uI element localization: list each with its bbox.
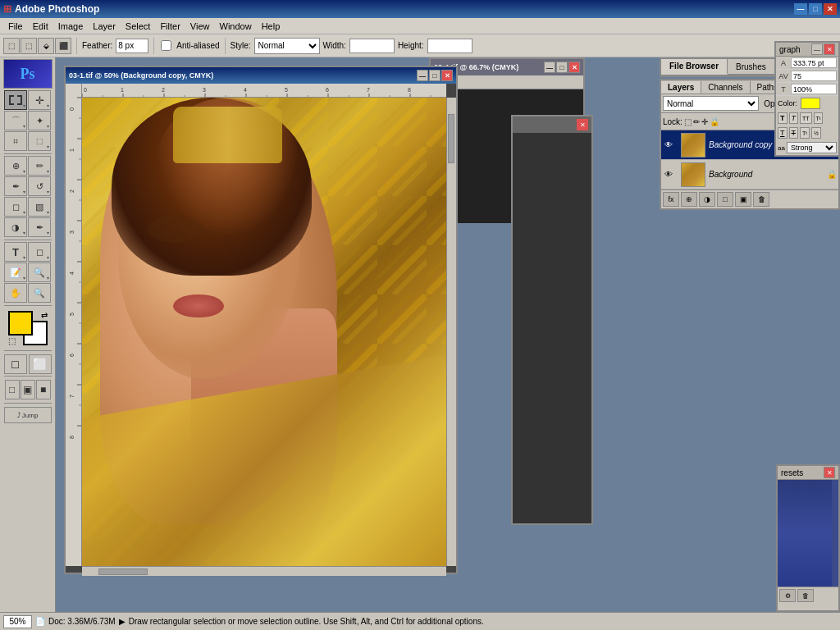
small-panel-delete-btn[interactable]: 🗑 — [797, 589, 814, 602]
tool-preset-btn-3[interactable]: ⬙ — [38, 38, 54, 54]
aa-select[interactable]: Strong None Crisp Sharp Smooth — [787, 142, 837, 153]
main-window-titlebar[interactable]: 03-1.tif @ 50% (Background copy, CMYK) —… — [66, 67, 456, 84]
font-size-value[interactable]: 333.75 pt — [791, 57, 837, 68]
tool-slice[interactable]: ⬚ ▾ — [28, 131, 51, 151]
layer-style-btn[interactable]: fx — [663, 192, 679, 207]
lock-transparent-icon[interactable]: ⬚ — [684, 117, 692, 126]
quick-mask-btn[interactable]: ⬜ — [29, 354, 52, 374]
width-input[interactable] — [349, 39, 395, 53]
svg-text:6: 6 — [69, 354, 75, 357]
tool-move[interactable]: ✛ ▾ — [28, 90, 51, 110]
jump-to-imageready[interactable]: ⤴ Jump — [4, 407, 52, 423]
frac-btn[interactable]: ½ — [811, 127, 821, 139]
small-panel-close[interactable]: ✕ — [824, 467, 835, 478]
char-panel-collapse[interactable]: — — [811, 43, 823, 55]
leading-value[interactable]: 75 — [791, 71, 837, 81]
tracking-value[interactable]: 100% — [791, 84, 837, 94]
file-browser-tab[interactable]: File Browser — [661, 59, 728, 75]
status-arrow: ▶ — [119, 617, 126, 626]
default-colors-icon[interactable]: ⬚ — [8, 336, 16, 345]
tool-hand[interactable]: ✋ — [4, 283, 27, 303]
tool-marquee[interactable]: ▾ — [4, 90, 27, 110]
underline-btn[interactable]: T — [778, 127, 788, 139]
layer-group-btn[interactable]: □ — [717, 192, 733, 207]
menu-edit[interactable]: Edit — [28, 20, 53, 33]
menu-select[interactable]: Select — [121, 20, 156, 33]
blend-mode-select[interactable]: Normal Multiply Screen — [663, 96, 759, 111]
standard-mode-btn[interactable]: □ — [4, 354, 27, 374]
layer-mask-btn[interactable]: ⊕ — [681, 192, 697, 207]
main-h-scroll[interactable] — [82, 566, 446, 576]
menu-image[interactable]: Image — [53, 20, 89, 33]
layer-eye-1[interactable]: 👁 — [663, 139, 674, 151]
swap-colors-icon[interactable]: ⇄ — [41, 311, 48, 320]
lock-position-icon[interactable]: ✛ — [701, 117, 708, 126]
screen-mode-full-menu[interactable]: ▣ — [21, 380, 35, 399]
tool-healing[interactable]: ⊕ ▾ — [4, 156, 27, 176]
tool-eyedropper[interactable]: 🔍 ▾ — [28, 262, 51, 282]
tool-history[interactable]: ↺ ▾ — [28, 176, 51, 196]
tool-eraser[interactable]: ◻ ▾ — [4, 197, 27, 217]
bg-win-maximize[interactable]: □ — [556, 62, 568, 73]
new-layer-btn[interactable]: ▣ — [735, 192, 751, 207]
menu-window[interactable]: Window — [215, 20, 257, 33]
layers-tab[interactable]: Layers — [661, 81, 701, 94]
tool-type[interactable]: T ▾ — [4, 242, 27, 262]
tool-gradient[interactable]: ▧ ▾ — [28, 197, 51, 217]
tool-shape[interactable]: ◻ ▾ — [28, 242, 51, 262]
italic-btn[interactable]: T — [789, 112, 799, 124]
text-color-swatch[interactable] — [801, 98, 820, 109]
tool-preset-btn-2[interactable]: ⬚ — [21, 38, 37, 54]
zoom-input[interactable] — [3, 615, 32, 628]
lock-all-icon[interactable]: 🔒 — [710, 117, 719, 126]
tool-notes[interactable]: 📝 ▾ — [4, 262, 27, 282]
bold-btn[interactable]: T — [778, 112, 788, 124]
minimize-button[interactable]: — — [794, 3, 807, 15]
menu-filter[interactable]: Filter — [155, 20, 185, 33]
bg-win-minimize[interactable]: — — [544, 62, 555, 73]
screen-mode-full[interactable]: ■ — [36, 380, 51, 399]
tool-brush[interactable]: ✏ ▾ — [28, 156, 51, 176]
menu-layer[interactable]: Layer — [88, 20, 121, 33]
anti-alias-checkbox[interactable] — [161, 40, 171, 51]
maximize-button[interactable]: □ — [809, 3, 822, 15]
tool-preset-btn-1[interactable]: ⬚ — [3, 38, 20, 54]
close-button[interactable]: ✕ — [824, 3, 837, 15]
tool-dodge[interactable]: ◑ ▾ — [4, 217, 27, 237]
menu-help[interactable]: Help — [257, 20, 285, 33]
brushes-tab[interactable]: Brushes — [728, 60, 775, 75]
main-v-scroll[interactable] — [446, 98, 456, 566]
small-panel-settings-btn[interactable]: ⚙ — [779, 589, 796, 602]
menu-file[interactable]: File — [3, 20, 28, 33]
extra-win-close[interactable]: ✕ — [577, 119, 588, 130]
style-select[interactable]: Normal Fixed Aspect Fixed Size — [254, 38, 320, 54]
layer-adjustment-btn[interactable]: ◑ — [699, 192, 715, 207]
tool-zoom[interactable]: 🔍 — [28, 283, 51, 303]
tool-pen[interactable]: ✒ ▾ — [28, 217, 51, 237]
tool-lasso[interactable]: ⌒ ▾ — [4, 111, 27, 130]
layer-item-background[interactable]: 👁 Background 🔒 — [661, 160, 838, 189]
all-caps-btn[interactable]: TT — [800, 112, 812, 124]
tool-magic-wand[interactable]: ✦ ▾ — [28, 111, 51, 130]
menu-view[interactable]: View — [185, 20, 215, 33]
height-input[interactable] — [427, 39, 472, 53]
lock-image-icon[interactable]: ✏ — [693, 117, 700, 126]
delete-layer-btn[interactable]: 🗑 — [753, 192, 769, 207]
layer-eye-2[interactable]: 👁 — [663, 169, 674, 180]
main-win-minimize[interactable]: — — [417, 70, 428, 81]
bg-win-close[interactable]: ✕ — [568, 62, 580, 73]
subscript-btn[interactable]: Tt — [800, 127, 810, 139]
char-panel-close[interactable]: ✕ — [824, 43, 835, 55]
main-win-close[interactable]: ✕ — [441, 70, 453, 81]
strikethrough-btn[interactable]: T — [789, 127, 799, 139]
superscript-btn[interactable]: Tt — [814, 112, 824, 124]
screen-mode-std[interactable]: □ — [5, 380, 20, 399]
main-canvas[interactable] — [82, 98, 446, 566]
tool-crop[interactable]: ⌗ — [4, 131, 27, 151]
channels-tab[interactable]: Channels — [701, 81, 750, 94]
foreground-color[interactable] — [8, 311, 33, 336]
feather-input[interactable] — [116, 39, 148, 53]
tool-preset-btn-4[interactable]: ⬛ — [55, 38, 71, 54]
main-win-maximize[interactable]: □ — [429, 70, 441, 81]
tool-clone[interactable]: ✒ ▾ — [4, 176, 27, 196]
